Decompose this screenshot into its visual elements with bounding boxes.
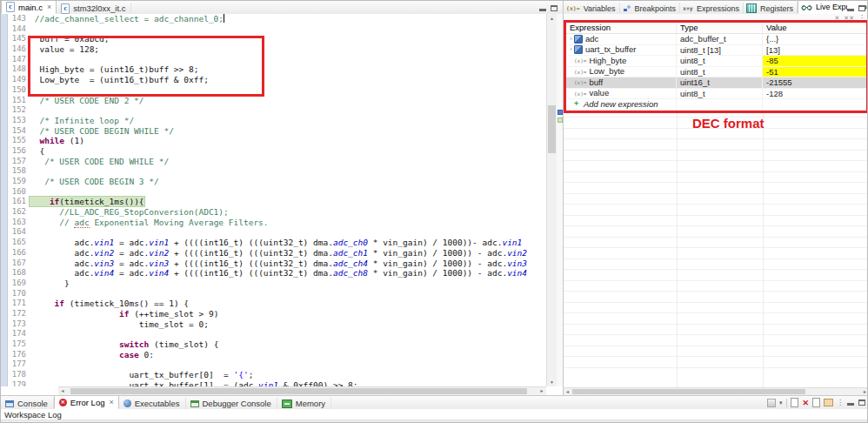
value-cell[interactable]: -51 [763, 67, 866, 78]
maximize-icon[interactable] [551, 5, 558, 11]
code-line[interactable]: 175 switch (time_slot) { [1, 339, 546, 350]
value-cell[interactable]: {...} [763, 34, 866, 45]
code-editor-body[interactable]: 143 //adc_channel_sellect = adc_channel_… [1, 14, 563, 386]
code-line[interactable]: 160 [1, 187, 546, 198]
view-menu-icon[interactable]: ⋮ [837, 399, 844, 406]
code-line[interactable]: 168 adc.vin4 = adc.vin4 + ((((int16_t) (… [1, 268, 546, 279]
code-line[interactable]: 153 /* Infinite loop */ [1, 116, 546, 126]
vertical-scrollbar-thumb[interactable] [548, 105, 556, 153]
code-line[interactable]: 155 while (1) [1, 136, 546, 146]
remove-all-expressions-icon[interactable]: ✕✕ [844, 15, 854, 21]
expression-cell[interactable]: Add new expression [566, 99, 677, 111]
remove-expression-icon[interactable]: ✕ [834, 15, 839, 21]
panel-horizontal-scrollbar[interactable]: ◄ ► [564, 387, 868, 395]
clear-log-icon[interactable] [812, 398, 820, 407]
expression-cell[interactable]: buff [566, 77, 677, 89]
code-line[interactable]: 156 { [1, 146, 546, 157]
code-line[interactable]: 167 adc.vin3 = adc.vin3 + ((((int16_t) (… [1, 258, 546, 269]
code-line[interactable]: 170 [1, 289, 546, 299]
expand-chevron-icon[interactable]: › [568, 34, 574, 44]
code-line[interactable]: 157 /* USER CODE END WHILE */ [1, 157, 546, 167]
editor-vertical-scrollbar[interactable]: ▲ ▼ [546, 14, 557, 386]
value-cell[interactable]: -21555 [763, 77, 866, 89]
tab-debugger-console[interactable]: Debugger Console [186, 398, 277, 409]
horizontal-scrollbar-thumb[interactable] [70, 388, 527, 394]
code-line[interactable]: 151 /* USER CODE END 2 */ [1, 96, 546, 106]
overview-breakpoint-marker[interactable] [558, 110, 563, 115]
scroll-up-icon[interactable]: ▲ [547, 14, 557, 23]
variable-row[interactable]: Low_byteuint8_t-51 [566, 67, 866, 78]
variable-row[interactable]: ›uart_tx_bufferuint8_t [13][13] [566, 45, 866, 57]
code-line[interactable]: 176 case 0: [1, 350, 546, 360]
column-header-value[interactable]: Value [763, 23, 866, 33]
expression-cell[interactable]: ›uart_tx_buffer [566, 45, 677, 57]
scroll-down-icon[interactable]: ▼ [547, 378, 557, 386]
code-line[interactable]: 144 [1, 24, 546, 35]
code-line[interactable]: 172 if (++time_slot > 9) [1, 309, 546, 319]
maximize-icon[interactable] [858, 5, 865, 11]
column-header-type[interactable]: Type [677, 23, 763, 33]
expand-chevron-icon[interactable]: › [568, 45, 574, 56]
editor-horizontal-scrollbar[interactable]: ◄ ► [58, 386, 546, 395]
code-line[interactable]: 159 /* USER CODE BEGIN 3 */ [1, 177, 546, 187]
variable-row[interactable]: buffuint16_t-21555 [566, 77, 866, 89]
code-line[interactable]: 179 uart_tx_buffer[1] = (adc.vin1 & 0xff… [1, 380, 546, 386]
code-line[interactable]: 178 uart_tx_buffer[0] = '{'; [1, 370, 546, 380]
expression-cell[interactable]: Low_byte [566, 67, 677, 78]
view-menu-icon[interactable]: ⋮ [858, 14, 865, 22]
code-line[interactable]: 164 [1, 227, 546, 238]
code-line[interactable]: 169 } [1, 279, 546, 289]
maximize-icon[interactable] [858, 400, 865, 406]
close-icon[interactable]: × [109, 399, 113, 406]
value-cell[interactable]: [13] [763, 45, 866, 57]
filter-menu-icon[interactable]: ▾ [779, 400, 783, 406]
tab-error-log[interactable]: Error Log× [54, 396, 119, 409]
minimize-icon[interactable] [847, 400, 854, 406]
horizontal-scrollbar-thumb[interactable] [572, 389, 805, 394]
value-cell[interactable] [763, 99, 866, 111]
tab-console[interactable]: Console [1, 398, 54, 409]
code-line[interactable]: 165 adc.vin1 = adc.vin1 + ((((int16_t) (… [1, 238, 546, 248]
expression-cell[interactable]: value [566, 89, 677, 100]
code-line[interactable]: 162 //LL_ADC_REG_StopConversion(ADC1); [1, 207, 546, 218]
expression-cell[interactable]: High_byte [566, 56, 677, 67]
add-expression-row[interactable]: Add new expression [566, 99, 866, 111]
filter-icon[interactable] [767, 399, 776, 407]
scroll-right-icon[interactable]: ► [537, 387, 546, 395]
variable-row[interactable]: High_byteuint8_t-85 [566, 56, 866, 67]
code-line[interactable]: 163 // adc Exponential Moving Average Fi… [1, 218, 546, 228]
code-line[interactable]: 143 //adc_channel_sellect = adc_channel_… [1, 14, 546, 24]
tab-expressions[interactable]: Expressions [680, 3, 744, 14]
code-line[interactable]: 152 [1, 105, 546, 116]
tab-variables[interactable]: Variables [564, 3, 620, 14]
overview-ruler[interactable] [557, 14, 563, 386]
tab-executables[interactable]: Executables [119, 398, 186, 409]
scroll-right-icon[interactable]: ► [861, 388, 868, 395]
minimize-icon[interactable] [539, 5, 546, 11]
code-line[interactable]: 173 time_slot = 0; [1, 319, 546, 330]
variable-row[interactable]: valueuint8_t-128 [566, 89, 866, 100]
tab-stm32l0xx-it-c[interactable]: stm32l0xx_it.c [57, 3, 131, 14]
code-line[interactable]: 171 if (timetick_10ms() == 1) { [1, 299, 546, 309]
code-line[interactable]: 161 if(timetick_1ms()){ [1, 197, 546, 207]
export-log-icon[interactable] [791, 398, 798, 407]
tab-main-c[interactable]: main.c× [1, 1, 57, 14]
tab-memory[interactable]: Memory [277, 398, 331, 409]
delete-log-icon[interactable]: ✕ [802, 399, 809, 407]
tab-breakpoints[interactable]: Breakpoints [620, 3, 681, 14]
code-line[interactable]: 158 [1, 166, 546, 177]
minimize-icon[interactable] [847, 5, 854, 11]
variable-row[interactable]: ›adcadc_buffer_t{...} [566, 34, 866, 45]
code-line[interactable]: 154 /* USER CODE BEGIN WHILE */ [1, 126, 546, 137]
overview-currentline-marker[interactable] [558, 118, 563, 123]
scroll-left-icon[interactable]: ◄ [58, 387, 67, 395]
expression-cell[interactable]: ›adc [566, 34, 677, 45]
code-line[interactable]: 177 [1, 359, 546, 370]
close-icon[interactable]: × [47, 3, 51, 11]
code-line[interactable]: 166 adc.vin2 = adc.vin2 + ((((int16_t) (… [1, 248, 546, 258]
code-line[interactable]: 174 [1, 329, 546, 339]
tab-registers[interactable]: Registers [744, 3, 798, 14]
open-log-icon[interactable] [824, 399, 833, 406]
column-header-expression[interactable]: Expression [566, 23, 677, 33]
value-cell[interactable]: -128 [763, 89, 866, 100]
